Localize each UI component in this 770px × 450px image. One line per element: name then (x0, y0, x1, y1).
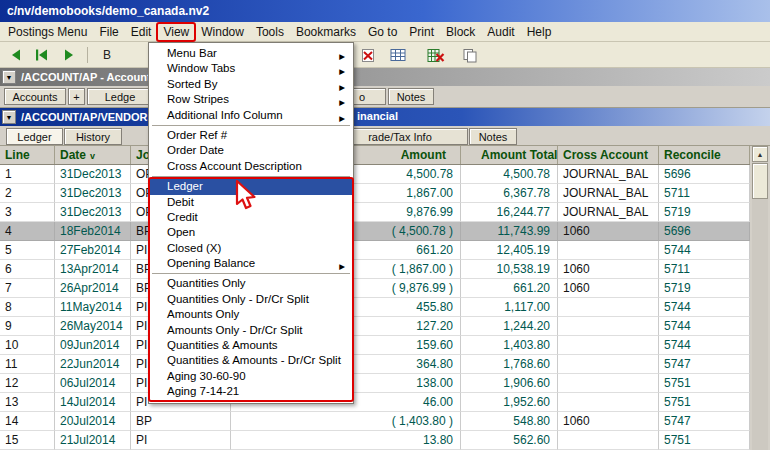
cell-cross-account[interactable] (558, 393, 659, 412)
cell-reconcile[interactable]: 5696 (659, 222, 750, 241)
menubar-item-view[interactable]: View (157, 23, 195, 41)
cell-amount[interactable]: 13.80 (231, 431, 461, 450)
cell-cross-account[interactable]: JOURNAL_BAL (558, 184, 659, 203)
column-header-line[interactable]: Line (0, 146, 55, 164)
table-row[interactable]: 726Apr2014BP( 9,876.99 )661.2010605719 (0, 279, 750, 298)
cell-date[interactable]: 20Jul2014 (55, 412, 131, 431)
cell-line[interactable]: 3 (0, 203, 55, 222)
cell-date[interactable]: 27Feb2014 (55, 241, 131, 260)
tab-vendor-notes[interactable]: Notes (469, 128, 517, 145)
cell-amount-total[interactable]: 1,768.60 (461, 355, 558, 374)
scroll-thumb[interactable] (752, 163, 768, 199)
cell-line[interactable]: 12 (0, 374, 55, 393)
cell-reconcile[interactable]: 5744 (659, 336, 750, 355)
view-menu-item-opening-balance[interactable]: Opening Balance▶ (150, 256, 352, 271)
cell-journal[interactable]: BP (131, 412, 231, 431)
table-row[interactable]: 1009Jun2014PI159.601,403.805744 (0, 336, 750, 355)
cell-cross-account[interactable] (558, 355, 659, 374)
table-row[interactable]: 331Dec2013OPEN9,876.9916,244.77JOURNAL_B… (0, 203, 750, 222)
table-row[interactable]: 1521Jul2014PI13.80562.605751 (0, 431, 750, 450)
cell-reconcile[interactable]: 5696 (659, 165, 750, 184)
cell-date[interactable]: 31Dec2013 (55, 184, 131, 203)
cell-line[interactable]: 14 (0, 412, 55, 431)
cell-date[interactable]: 22Jun2014 (55, 355, 131, 374)
cell-reconcile[interactable]: 5747 (659, 355, 750, 374)
nav-forward-button[interactable] (56, 45, 80, 65)
menubar-item-audit[interactable]: Audit (481, 23, 520, 41)
menubar-item-print[interactable]: Print (403, 23, 440, 41)
cell-date[interactable]: 26Apr2014 (55, 279, 131, 298)
column-header-amount-total[interactable]: Amount Total (461, 146, 558, 164)
close-spreadsheet-button[interactable] (424, 45, 448, 65)
menubar-item-go-to[interactable]: Go to (362, 23, 403, 41)
view-menu-item-order-ref[interactable]: Order Ref # (150, 128, 352, 143)
view-menu-item-aging-7-14-21[interactable]: Aging 7-14-21 (150, 384, 352, 399)
cell-cross-account[interactable] (558, 317, 659, 336)
cell-cross-account[interactable]: 1060 (558, 412, 659, 431)
view-menu-item-ledger[interactable]: Ledger (150, 179, 352, 194)
view-menu-item-additional-info-column[interactable]: Additional Info Column▶ (150, 108, 352, 123)
view-menu-item-amounts-only-dr-cr-split[interactable]: Amounts Only - Dr/Cr Split (150, 323, 352, 338)
cell-reconcile[interactable]: 5719 (659, 279, 750, 298)
window-dropdown-icon[interactable]: ▼ (2, 70, 16, 84)
table-row[interactable]: 418Feb2014BP( 4,500.78 )11,743.991060569… (0, 222, 750, 241)
column-header-date[interactable]: Datev (55, 146, 131, 164)
cell-line[interactable]: 4 (0, 222, 55, 241)
view-menu-item-aging-30-60-90[interactable]: Aging 30-60-90 (150, 369, 352, 384)
cell-date[interactable]: 14Jul2014 (55, 393, 131, 412)
menubar-item-window[interactable]: Window (195, 23, 250, 41)
cell-amount-total[interactable]: 661.20 (461, 279, 558, 298)
cell-amount-total[interactable]: 12,405.19 (461, 241, 558, 260)
cell-cross-account[interactable]: 1060 (558, 222, 659, 241)
view-menu-item-sorted-by[interactable]: Sorted By▶ (150, 77, 352, 92)
view-menu-item-quantities-amounts[interactable]: Quantities & Amounts (150, 338, 352, 353)
title-bar[interactable]: c/nv/demobooks/demo_canada.nv2 (0, 0, 770, 22)
table-row[interactable]: 926May2014PI127.201,244.205744 (0, 317, 750, 336)
cell-line[interactable]: 8 (0, 298, 55, 317)
cell-line[interactable]: 13 (0, 393, 55, 412)
cell-date[interactable]: 18Feb2014 (55, 222, 131, 241)
cell-line[interactable]: 6 (0, 260, 55, 279)
cell-reconcile[interactable]: 5744 (659, 317, 750, 336)
cell-amount-total[interactable]: 548.80 (461, 412, 558, 431)
cell-amount[interactable]: ( 1,403.80 ) (231, 412, 461, 431)
menubar-item-file[interactable]: File (93, 23, 124, 41)
table-row[interactable]: 1206Jul2014PI138.001,906.605751 (0, 374, 750, 393)
cell-line[interactable]: 7 (0, 279, 55, 298)
view-menu-item-closed-x[interactable]: Closed (X) (150, 241, 352, 256)
table-row[interactable]: 527Feb2014PI661.2012,405.195744 (0, 241, 750, 260)
cell-cross-account[interactable] (558, 298, 659, 317)
cell-cross-account[interactable]: JOURNAL_BAL (558, 165, 659, 184)
vertical-scrollbar[interactable]: ▲ (752, 146, 768, 450)
cell-amount-total[interactable]: 1,952.60 (461, 393, 558, 412)
cell-reconcile[interactable]: 5711 (659, 260, 750, 279)
window-dropdown-icon[interactable]: ▼ (2, 110, 16, 124)
cell-reconcile[interactable]: 5711 (659, 184, 750, 203)
cell-date[interactable]: 11May2014 (55, 298, 131, 317)
cell-reconcile[interactable]: 5751 (659, 393, 750, 412)
menubar-item-bookmarks[interactable]: Bookmarks (290, 23, 362, 41)
view-menu-item-debit[interactable]: Debit (150, 195, 352, 210)
table-row[interactable]: 231Dec2013OPEN1,867.006,367.78JOURNAL_BA… (0, 184, 750, 203)
tab-vendor-ledger[interactable]: Ledger (6, 128, 63, 145)
cell-date[interactable]: 13Apr2014 (55, 260, 131, 279)
view-menu-item-order-date[interactable]: Order Date (150, 143, 352, 158)
cell-reconcile[interactable]: 5751 (659, 374, 750, 393)
cell-amount-total[interactable]: 1,117.00 (461, 298, 558, 317)
scroll-up-button[interactable]: ▲ (752, 146, 768, 162)
cell-cross-account[interactable]: 1060 (558, 279, 659, 298)
view-menu-item-row-stripes[interactable]: Row Stripes▶ (150, 92, 352, 107)
table-view-button[interactable] (386, 45, 410, 65)
cell-date[interactable]: 09Jun2014 (55, 336, 131, 355)
cell-date[interactable]: 31Dec2013 (55, 165, 131, 184)
cell-line[interactable]: 2 (0, 184, 55, 203)
cell-amount-total[interactable]: 6,367.78 (461, 184, 558, 203)
column-header-reconcile[interactable]: Reconcile (659, 146, 750, 164)
ap-window-caption[interactable]: ▼ /ACCOUNT/AP - Account (0, 68, 770, 86)
cell-line[interactable]: 5 (0, 241, 55, 260)
cell-cross-account[interactable] (558, 374, 659, 393)
tab-ap-notes[interactable]: Notes (388, 88, 434, 105)
view-menu-item-credit[interactable]: Credit (150, 210, 352, 225)
view-menu-item-quantities-only[interactable]: Quantities Only (150, 276, 352, 291)
view-menu-item-menu-bar[interactable]: Menu Bar▶ (150, 46, 352, 61)
